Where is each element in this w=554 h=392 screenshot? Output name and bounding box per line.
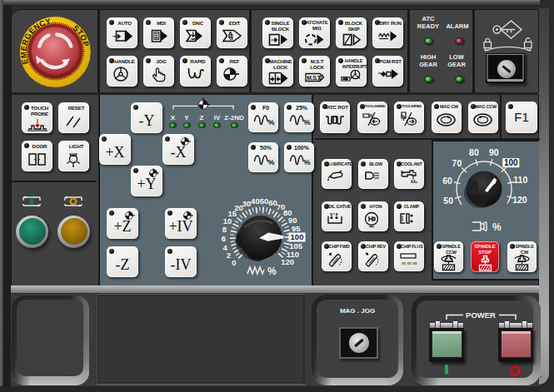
svg-text:50: 50 bbox=[260, 196, 269, 206]
svg-text:120: 120 bbox=[512, 195, 527, 205]
svg-text:%: % bbox=[492, 221, 502, 233]
svg-text:%: % bbox=[304, 118, 311, 127]
svg-text:0: 0 bbox=[232, 258, 236, 267]
svg-text:%: % bbox=[304, 158, 311, 166]
svg-text:60: 60 bbox=[442, 176, 452, 186]
svg-text:95: 95 bbox=[292, 224, 301, 233]
svg-text:2: 2 bbox=[227, 251, 231, 260]
svg-text:90: 90 bbox=[489, 147, 499, 157]
svg-text:80: 80 bbox=[469, 147, 479, 157]
svg-text:4: 4 bbox=[223, 243, 228, 252]
svg-text:30: 30 bbox=[242, 199, 252, 208]
svg-text:%: % bbox=[268, 118, 275, 127]
svg-text:70: 70 bbox=[452, 158, 462, 168]
svg-text:m m m: m m m bbox=[402, 260, 417, 266]
svg-text:8: 8 bbox=[222, 225, 227, 234]
svg-text:%: % bbox=[267, 265, 277, 276]
svg-text:50: 50 bbox=[443, 196, 453, 206]
svg-text:40: 40 bbox=[251, 196, 260, 206]
svg-text:POWER: POWER bbox=[466, 310, 496, 320]
svg-text:110: 110 bbox=[513, 175, 527, 185]
svg-text:%: % bbox=[268, 158, 275, 166]
svg-text:6: 6 bbox=[222, 234, 226, 243]
svg-text:100: 100 bbox=[291, 232, 304, 241]
svg-text:100: 100 bbox=[504, 158, 518, 167]
svg-text:120: 120 bbox=[281, 257, 294, 266]
